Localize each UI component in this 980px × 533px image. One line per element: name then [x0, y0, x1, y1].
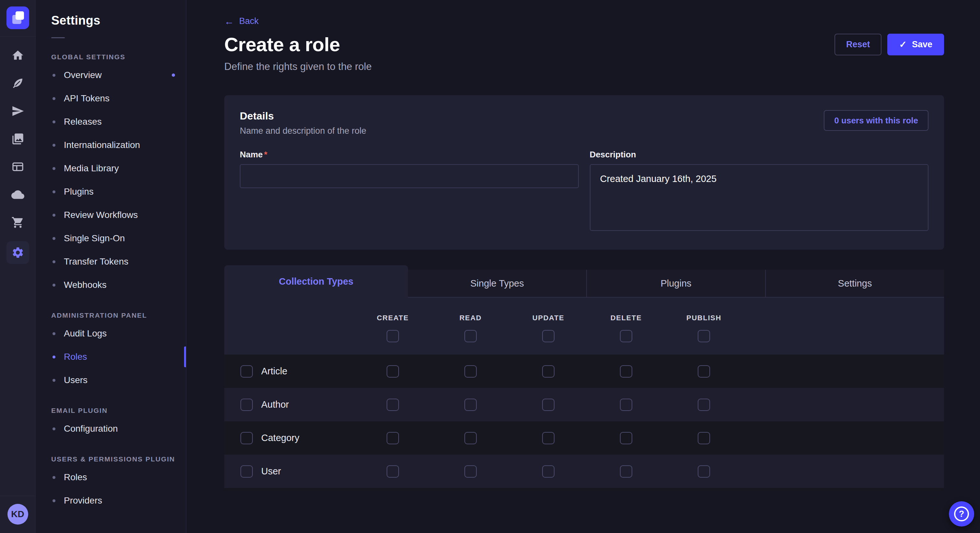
subnav-item-transfer-tokens[interactable]: Transfer Tokens [36, 250, 186, 273]
subnav-item-media-library[interactable]: Media Library [36, 157, 186, 180]
author-read-checkbox[interactable] [465, 399, 477, 411]
select-all-update-checkbox[interactable] [542, 330, 555, 342]
subnav-item-webhooks[interactable]: Webhooks [36, 273, 186, 297]
author-update-checkbox[interactable] [542, 399, 555, 411]
section-header: USERS & PERMISSIONS PLUGIN [36, 453, 186, 466]
article-update-checkbox[interactable] [542, 365, 555, 378]
notification-dot [172, 73, 175, 77]
subnav-item-single-sign-on[interactable]: Single Sign-On [36, 227, 186, 250]
user-row-checkbox[interactable] [240, 465, 253, 477]
subnav-item-plugins[interactable]: Plugins [36, 180, 186, 203]
subnav-item-configuration[interactable]: Configuration [36, 417, 186, 440]
article-read-checkbox[interactable] [465, 365, 477, 378]
subnav-item-api-tokens[interactable]: API Tokens [36, 87, 186, 110]
category-delete-checkbox[interactable] [620, 432, 632, 444]
permissions-panel: CREATE READ UPDATE DELETE [224, 298, 944, 490]
details-card-titles: Details Name and description of the role [240, 110, 366, 136]
select-all-read-checkbox[interactable] [465, 330, 477, 342]
details-card-header: Details Name and description of the role… [240, 110, 929, 136]
help-button[interactable]: ? [949, 501, 974, 527]
section-header: EMAIL PLUGIN [36, 404, 186, 417]
strapi-logo[interactable] [6, 6, 29, 29]
bullet-icon [52, 144, 56, 147]
article-row-checkbox[interactable] [240, 365, 253, 378]
select-all-publish-checkbox[interactable] [698, 330, 710, 342]
author-delete-checkbox[interactable] [620, 399, 632, 411]
user-create-checkbox[interactable] [387, 465, 399, 477]
user-delete-checkbox[interactable] [620, 465, 632, 477]
category-publish-checkbox[interactable] [698, 432, 710, 444]
subnav-item-audit-logs[interactable]: Audit Logs [36, 322, 186, 345]
subnav-item-internationalization[interactable]: Internationalization [36, 133, 186, 157]
gear-icon[interactable] [6, 241, 29, 264]
author-create-checkbox[interactable] [387, 399, 399, 411]
cart-icon[interactable] [11, 216, 24, 229]
tab-collection-types[interactable]: Collection Types [224, 265, 408, 298]
subnav-item-overview[interactable]: Overview [36, 63, 186, 87]
reset-button[interactable]: Reset [835, 34, 882, 56]
back-link[interactable]: ← Back [224, 16, 259, 26]
description-input[interactable]: Created January 16th, 2025 [590, 164, 929, 231]
send-icon[interactable] [11, 105, 24, 117]
user-update-checkbox[interactable] [542, 465, 555, 477]
section-global-settings: GLOBAL SETTINGS Overview API Tokens Rele… [36, 51, 186, 297]
table-row-category: Category [224, 421, 944, 455]
media-library-icon[interactable] [11, 132, 24, 145]
save-button[interactable]: ✓ Save [887, 34, 944, 56]
subnav-item-providers[interactable]: Providers [36, 489, 186, 512]
page-header: Create a role Reset ✓ Save [224, 33, 944, 56]
table-row-article: Article [224, 355, 944, 388]
section-header: GLOBAL SETTINGS [36, 51, 186, 63]
header-actions: Reset ✓ Save [835, 34, 944, 56]
arrow-left-icon: ← [224, 16, 234, 26]
column-delete: DELETE [587, 314, 665, 342]
details-subtitle: Name and description of the role [240, 126, 366, 136]
permissions-tabs: Collection Types Single Types Plugins Se… [224, 265, 944, 298]
name-field-group: Name* [240, 150, 579, 232]
category-update-checkbox[interactable] [542, 432, 555, 444]
bullet-icon [52, 355, 56, 359]
table-row-user: User [224, 455, 944, 488]
select-all-delete-checkbox[interactable] [620, 330, 632, 342]
category-row-checkbox[interactable] [240, 432, 253, 444]
bullet-icon [52, 167, 56, 170]
rail-divider-bottom [0, 496, 36, 496]
app-root: KD Settings GLOBAL SETTINGS Overview API… [0, 0, 980, 533]
tab-plugins[interactable]: Plugins [586, 270, 765, 297]
row-label: Article [261, 366, 288, 377]
tab-single-types[interactable]: Single Types [408, 270, 586, 297]
bullet-icon [52, 121, 56, 124]
subnav-item-roles-up[interactable]: Roles [36, 466, 186, 489]
bullet-icon [52, 260, 56, 263]
author-publish-checkbox[interactable] [698, 399, 710, 411]
name-input[interactable] [240, 164, 579, 188]
permissions-header-row: CREATE READ UPDATE DELETE [224, 298, 944, 355]
select-all-create-checkbox[interactable] [387, 330, 399, 342]
cloud-icon[interactable] [11, 188, 24, 201]
row-label: Author [261, 399, 289, 410]
subnav-item-roles-admin[interactable]: Roles [36, 345, 186, 368]
article-create-checkbox[interactable] [387, 365, 399, 378]
home-icon[interactable] [11, 49, 24, 62]
subnav-item-releases[interactable]: Releases [36, 110, 186, 133]
subnav-item-users[interactable]: Users [36, 368, 186, 392]
avatar[interactable]: KD [8, 504, 28, 525]
feather-icon[interactable] [11, 77, 24, 90]
user-read-checkbox[interactable] [465, 465, 477, 477]
tab-settings[interactable]: Settings [765, 270, 944, 297]
section-email-plugin: EMAIL PLUGIN Configuration [36, 404, 186, 440]
category-create-checkbox[interactable] [387, 432, 399, 444]
users-with-role-button[interactable]: 0 users with this role [824, 110, 929, 131]
category-read-checkbox[interactable] [465, 432, 477, 444]
author-row-checkbox[interactable] [240, 399, 253, 411]
main-content: ← Back Create a role Reset ✓ Save Define… [186, 0, 980, 533]
rail-bottom: KD [0, 496, 35, 533]
user-publish-checkbox[interactable] [698, 465, 710, 477]
bullet-icon [52, 97, 56, 100]
panel-footer [224, 488, 944, 490]
layout-icon[interactable] [11, 160, 24, 173]
subnav-item-review-workflows[interactable]: Review Workflows [36, 203, 186, 227]
article-delete-checkbox[interactable] [620, 365, 632, 378]
article-publish-checkbox[interactable] [698, 365, 710, 378]
column-create: CREATE [354, 314, 432, 342]
